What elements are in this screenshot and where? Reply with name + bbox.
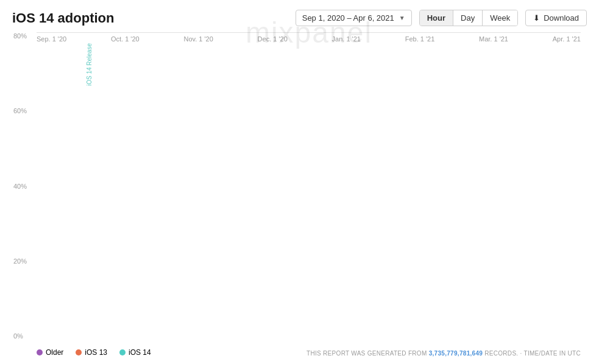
page-title: iOS 14 adoption [12, 10, 114, 26]
week-button[interactable]: Week [483, 10, 517, 26]
day-button[interactable]: Day [453, 10, 483, 26]
chart-wrapper: 80% 60% 40% 20% 0% mixpanel iOS 14 Relea… [37, 32, 581, 340]
chart-area: mixpanel iOS 14 Release [37, 32, 581, 33]
footer-note: THIS REPORT WAS GENERATED FROM 3,735,779… [307, 350, 581, 357]
legend-dot-ios13 [76, 349, 82, 355]
date-range-label: Sep 1, 2020 – Apr 6, 2021 [302, 13, 394, 23]
download-label: Download [544, 13, 579, 23]
legend-item-ios13: iOS 13 [76, 348, 107, 357]
legend-label-ios13: iOS 13 [85, 348, 107, 357]
chevron-down-icon: ▼ [399, 15, 405, 21]
legend-item-ios14: iOS 14 [119, 348, 151, 357]
date-range-picker[interactable]: Sep 1, 2020 – Apr 6, 2021 ▼ [296, 10, 412, 26]
footer-suffix: RECORDS. · TIME/DATE IN UTC [483, 350, 581, 357]
time-button-group: Hour Day Week [419, 10, 518, 26]
x-axis-labels: Sep. 1 '20 Oct. 1 '20 Nov. 1 '20 Dec. 1 … [37, 33, 581, 43]
release-label: iOS 14 Release [85, 43, 92, 86]
download-button[interactable]: ⬇ Download [525, 10, 587, 26]
legend-label-older: Older [46, 348, 63, 357]
download-icon: ⬇ [533, 13, 540, 23]
footer-prefix: THIS REPORT WAS GENERATED FROM [307, 350, 429, 357]
legend-item-older: Older [37, 348, 63, 357]
legend: Older iOS 13 iOS 14 [37, 348, 151, 357]
y-axis-labels: 80% 60% 40% 20% 0% [13, 32, 27, 340]
header: iOS 14 adoption Sep 1, 2020 – Apr 6, 202… [12, 10, 587, 26]
legend-dot-older [37, 349, 43, 355]
legend-label-ios14: iOS 14 [129, 348, 151, 357]
hour-button[interactable]: Hour [420, 10, 453, 26]
legend-dot-ios14 [119, 349, 126, 355]
footer-records: 3,735,779,781,649 [429, 350, 483, 357]
controls: Sep 1, 2020 – Apr 6, 2021 ▼ Hour Day Wee… [296, 10, 587, 26]
